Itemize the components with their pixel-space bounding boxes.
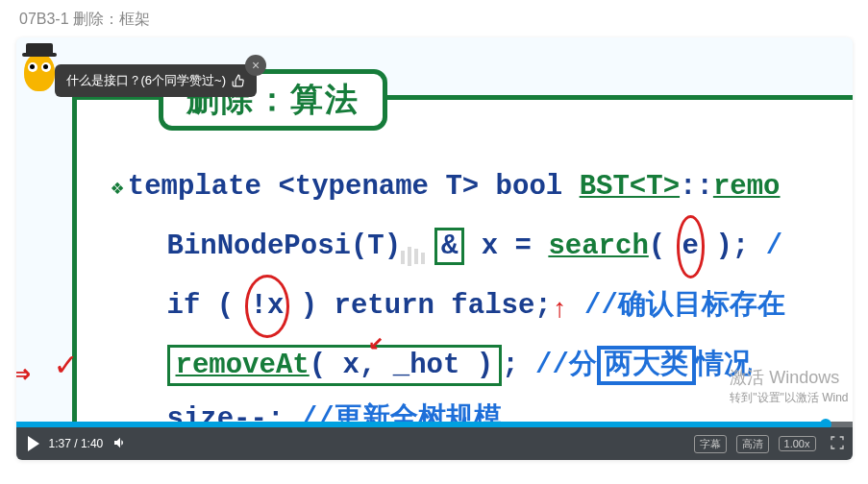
quality-button[interactable]: 高清	[736, 435, 769, 453]
code-block: ❖template <typename T> bool BST<T>::remo…	[112, 159, 853, 451]
video-controls: 1:37 / 1:40 字幕 高清 1.00x	[16, 427, 853, 460]
speed-button[interactable]: 1.00x	[779, 436, 816, 451]
volume-icon[interactable]	[112, 435, 128, 453]
code-line-1: ❖template <typename T> bool BST<T>::remo	[112, 159, 853, 215]
thumb-up-icon[interactable]	[232, 74, 245, 87]
play-icon[interactable]	[28, 436, 39, 451]
check-icon: ✓	[56, 332, 77, 401]
bubble-text: 什么是接口？(6个同学赞过~)	[66, 72, 226, 89]
question-bubble[interactable]: 什么是接口？(6个同学赞过~) ×	[55, 64, 257, 97]
close-icon[interactable]: ×	[245, 55, 266, 76]
video-player: 什么是接口？(6个同学赞过~) × 删除：算法 ❖template <typen…	[16, 37, 853, 460]
code-line-2: BinNodePosi(T) & x = search( e ); /	[112, 219, 853, 275]
time-display: 1:37 / 1:40	[49, 437, 104, 450]
owl-mascot	[24, 53, 55, 91]
bullet-icon: ❖	[112, 177, 124, 201]
fullscreen-icon[interactable]	[830, 435, 845, 453]
arrow-right-icon: ⇒	[16, 342, 31, 407]
code-line-3: if ( !x ) return false;↑ //确认目标存在	[112, 278, 853, 334]
slide-content: 删除：算法 ❖template <typename T> bool BST<T>…	[72, 95, 853, 427]
code-line-4: ⇒ ✓ removeAt( x, _hot ); //分两大类情况 ↙	[112, 338, 853, 394]
arrow-up-icon: ↑	[552, 283, 568, 337]
page-title: 07B3-1 删除：框架	[0, 0, 868, 37]
subtitle-button[interactable]: 字幕	[694, 435, 727, 453]
